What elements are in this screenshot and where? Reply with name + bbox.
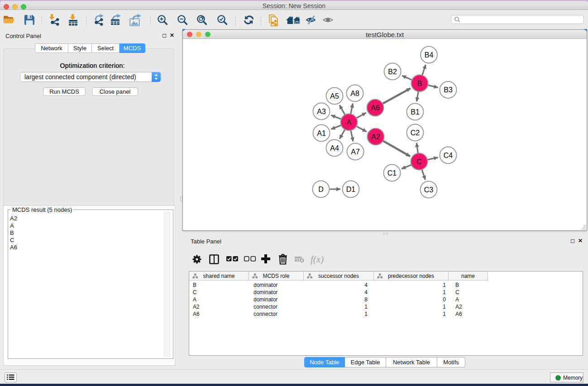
svg-text:f(x): f(x) <box>311 254 324 265</box>
svg-text:B4: B4 <box>425 51 434 59</box>
svg-text:C1: C1 <box>387 169 397 177</box>
svg-text:A5: A5 <box>330 92 339 100</box>
svg-text:B1: B1 <box>411 108 420 116</box>
svg-text:A7: A7 <box>351 148 360 156</box>
svg-text:C3: C3 <box>424 186 434 194</box>
svg-text:A6: A6 <box>371 104 380 112</box>
svg-text:C4: C4 <box>444 152 453 159</box>
svg-text:A1: A1 <box>317 129 326 137</box>
svg-text:C: C <box>416 158 422 166</box>
svg-text:B: B <box>417 80 422 87</box>
svg-text:A2: A2 <box>371 133 380 141</box>
svg-text:D1: D1 <box>346 186 356 193</box>
svg-text:D: D <box>318 186 324 193</box>
svg-text:B3: B3 <box>444 86 453 94</box>
svg-text:A: A <box>347 119 352 126</box>
svg-text:A3: A3 <box>317 108 326 115</box>
svg-text:B2: B2 <box>388 68 397 76</box>
svg-text:A8: A8 <box>350 90 359 97</box>
svg-text:A4: A4 <box>330 144 339 152</box>
svg-text:C2: C2 <box>411 129 420 137</box>
